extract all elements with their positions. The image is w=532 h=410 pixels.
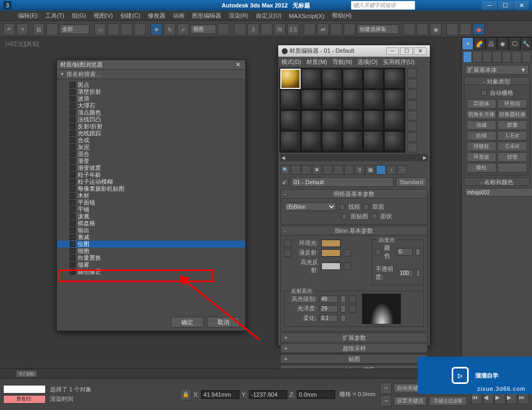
utilities-tab[interactable]: 🔧 (520, 37, 532, 50)
setkey-button[interactable]: 设置关键点 (394, 396, 427, 406)
sample-slot[interactable] (322, 89, 342, 110)
me-menu-navigate[interactable]: 导航(N) (332, 58, 352, 66)
sample-slot[interactable] (363, 89, 384, 110)
mirror-button[interactable]: ⇄ (317, 23, 329, 35)
put-to-scene-button[interactable] (291, 165, 301, 175)
pivot-button[interactable] (218, 23, 229, 35)
selfillum-spinner[interactable]: 0 (397, 248, 413, 256)
modify-tab[interactable]: 🌈 (473, 37, 485, 50)
spinner-arrows[interactable] (416, 269, 420, 277)
object-type-button[interactable]: 环形波 (467, 152, 496, 162)
make-copy-button[interactable] (323, 165, 332, 175)
me-menu-material[interactable]: 材质(M) (306, 58, 327, 66)
reset-map-button[interactable]: ✖ (312, 165, 322, 175)
diffuse-lock-button[interactable] (284, 249, 292, 257)
shapes-subtab[interactable] (472, 51, 481, 63)
glossiness-map[interactable] (349, 305, 356, 313)
specular-map-button[interactable] (344, 263, 351, 270)
sample-slot[interactable] (280, 89, 301, 110)
sample-slot[interactable] (384, 110, 404, 130)
rollout-maps[interactable]: +贴图 (280, 354, 428, 364)
twosided-checkbox[interactable] (363, 204, 369, 210)
opacity-spinner[interactable]: 100 (398, 269, 413, 277)
sample-slot[interactable] (384, 89, 404, 110)
sample-slot[interactable] (363, 69, 384, 89)
goto-end-button[interactable]: ⏭ (518, 393, 529, 404)
spec-level-map[interactable] (349, 296, 356, 303)
object-type-button[interactable]: 环形结 (497, 99, 527, 109)
align-button[interactable] (330, 23, 342, 35)
preview-button[interactable] (408, 121, 417, 131)
faceted-checkbox[interactable] (371, 214, 377, 219)
lock-button[interactable]: 🔒 (180, 389, 192, 400)
rollout-shader-basic[interactable]: -明暗器基本参数 (280, 189, 428, 199)
angle-snap-button[interactable] (261, 23, 272, 35)
sample-slot[interactable] (280, 110, 301, 130)
menu-edit[interactable]: 编辑(E) (18, 12, 38, 20)
material-id-button[interactable]: 0 (355, 165, 364, 175)
select-button[interactable]: ▭ (94, 23, 106, 35)
put-to-library-button[interactable] (344, 165, 354, 175)
background-button[interactable] (408, 89, 417, 99)
me-maximize-button[interactable]: ☐ (400, 47, 413, 55)
menu-create[interactable]: 创建(C) (120, 12, 140, 20)
menu-animation[interactable]: 动画 (173, 12, 185, 20)
percent-snap-button[interactable]: % (274, 23, 286, 35)
curve-editor-button[interactable] (403, 23, 415, 35)
menu-customize[interactable]: 自定义(U) (256, 12, 281, 20)
help-search-input[interactable]: 键入关键字或短语 (351, 1, 415, 10)
goto-start-button[interactable]: ⏮ (471, 393, 482, 404)
render-setup-button[interactable] (446, 23, 458, 35)
keyfilter-button[interactable]: 关键点过滤器 (429, 396, 467, 406)
pick-material-button[interactable]: ↙ (281, 178, 289, 186)
me-menu-utilities[interactable]: 实用程序(U) (383, 58, 414, 66)
motion-tab[interactable]: ◉ (497, 37, 509, 50)
sample-slot[interactable] (384, 131, 404, 151)
go-parent-button[interactable]: ↑ (387, 165, 396, 175)
spinner-arrows[interactable] (340, 315, 346, 322)
object-type-button[interactable]: 纺锤 (467, 131, 496, 141)
object-name-input[interactable] (465, 188, 532, 196)
ambient-lock-button[interactable] (284, 240, 292, 247)
next-frame-button[interactable]: ▶ (506, 393, 517, 404)
systems-subtab[interactable] (522, 51, 531, 63)
spec-level-spinner[interactable]: 49 (320, 296, 338, 303)
material-browser-close-button[interactable]: ✕ (234, 61, 242, 68)
object-type-button[interactable]: 切角长方体 (467, 110, 496, 119)
select-by-mat-button[interactable] (408, 143, 417, 152)
unlink-button[interactable] (46, 23, 58, 35)
manipulate-button[interactable] (234, 23, 246, 35)
spinner-snap-button[interactable]: 2.5 (287, 23, 299, 35)
nselect-button[interactable] (304, 23, 315, 35)
video-check-button[interactable] (408, 111, 417, 120)
play-button[interactable]: ▶ (495, 393, 505, 404)
show-end-result-button[interactable] (376, 165, 386, 175)
object-type-button[interactable]: 软管 (497, 152, 527, 162)
sample-slot[interactable] (301, 110, 321, 130)
menu-maxscript[interactable]: MAXScript(X) (289, 13, 325, 19)
rollout-extended[interactable]: +扩展参数 (280, 333, 428, 342)
material-name-input[interactable] (291, 177, 394, 187)
options-button[interactable] (408, 132, 417, 142)
sample-slot[interactable] (301, 131, 321, 151)
object-type-button[interactable]: C-Ext (497, 142, 527, 151)
schematic-button[interactable] (417, 23, 428, 35)
lights-subtab[interactable] (483, 51, 492, 63)
snap-button[interactable]: 3 (247, 23, 259, 35)
get-material-button[interactable]: 🔍 (280, 165, 290, 175)
spinner-arrows[interactable] (340, 296, 346, 303)
material-browser-search[interactable]: ▼ 按名称搜索… (57, 70, 245, 79)
setkey-icon-button[interactable]: ⊸ (380, 395, 392, 407)
sample-slot[interactable] (322, 69, 342, 89)
menu-group[interactable]: 组(G) (72, 12, 86, 20)
sample-slot[interactable] (301, 69, 321, 89)
category-select[interactable]: 扩展基本体▼ (465, 65, 529, 75)
sample-slot[interactable] (363, 110, 384, 130)
menu-tools[interactable]: 工具(T) (45, 12, 64, 20)
make-unique-button[interactable] (334, 165, 343, 175)
sample-slot[interactable] (322, 131, 342, 151)
material-type-button[interactable]: Standard (396, 177, 427, 187)
diffuse-map-button[interactable] (344, 249, 351, 257)
object-type-button[interactable] (497, 163, 527, 173)
me-close-button[interactable]: ✕ (414, 47, 427, 55)
